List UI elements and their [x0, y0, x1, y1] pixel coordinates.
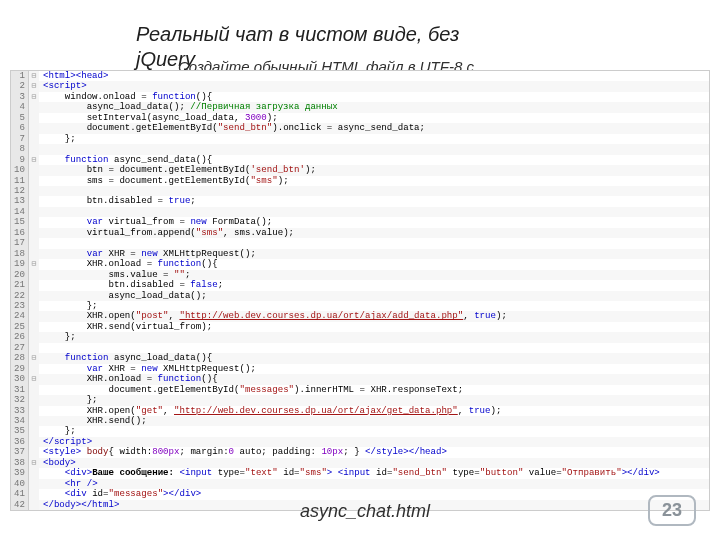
code-line: 10 btn = document.getElementById('send_b…: [11, 165, 709, 175]
code-text: <style> body{ width:800px; margin:0 auto…: [39, 447, 709, 457]
fold-marker: ⊟: [29, 81, 39, 91]
code-line: 25 XHR.send(virtual_from);: [11, 322, 709, 332]
code-line: 22 async_load_data();: [11, 291, 709, 301]
fold-marker: [29, 479, 39, 489]
line-number: 21: [11, 280, 29, 290]
code-text: btn.disabled = false;: [39, 280, 709, 290]
fold-marker: [29, 343, 39, 353]
fold-marker: [29, 134, 39, 144]
fold-marker: [29, 102, 39, 112]
fold-marker: [29, 144, 39, 154]
fold-marker: [29, 196, 39, 206]
code-line: 37<style> body{ width:800px; margin:0 au…: [11, 447, 709, 457]
code-text: };: [39, 426, 709, 436]
line-number: 32: [11, 395, 29, 405]
fold-marker: [29, 364, 39, 374]
fold-marker: [29, 311, 39, 321]
code-line: 21 btn.disabled = false;: [11, 280, 709, 290]
code-line: 26 };: [11, 332, 709, 342]
line-number: 10: [11, 165, 29, 175]
fold-marker: [29, 113, 39, 123]
code-line: 34 XHR.send();: [11, 416, 709, 426]
code-line: 39 <div>Ваше сообщение: <input type="tex…: [11, 468, 709, 478]
fold-marker: ⊟: [29, 374, 39, 384]
fold-marker: [29, 406, 39, 416]
fold-marker: [29, 291, 39, 301]
fold-marker: [29, 500, 39, 510]
line-number: 41: [11, 489, 29, 499]
code-line: 7 };: [11, 134, 709, 144]
code-line: 1⊟<html><head>: [11, 71, 709, 81]
code-text: btn = document.getElementById('send_btn'…: [39, 165, 709, 175]
code-text: sms = document.getElementById("sms");: [39, 176, 709, 186]
code-text: <div>Ваше сообщение: <input type="text" …: [39, 468, 709, 478]
fold-marker: [29, 217, 39, 227]
fold-marker: [29, 280, 39, 290]
fold-marker: [29, 395, 39, 405]
fold-marker: [29, 301, 39, 311]
code-line: 6 document.getElementById("send_btn").on…: [11, 123, 709, 133]
fold-marker: ⊟: [29, 92, 39, 102]
fold-marker: ⊟: [29, 71, 39, 81]
fold-marker: [29, 270, 39, 280]
fold-marker: [29, 332, 39, 342]
code-text: document.getElementById("messages").inne…: [39, 385, 709, 395]
code-text: <html><head>: [39, 71, 709, 81]
fold-marker: [29, 228, 39, 238]
fold-marker: [29, 249, 39, 259]
fold-marker: [29, 176, 39, 186]
code-line: 11 sms = document.getElementById("sms");: [11, 176, 709, 186]
fold-marker: ⊟: [29, 155, 39, 165]
code-line: 16 virtual_from.append("sms", sms.value)…: [11, 228, 709, 238]
code-editor: 1⊟<html><head>2⊟<script>3⊟ window.onload…: [10, 70, 710, 511]
code-text: XHR.send(virtual_from);: [39, 322, 709, 332]
fold-marker: ⊟: [29, 458, 39, 468]
code-text: XHR.send();: [39, 416, 709, 426]
fold-marker: ⊟: [29, 353, 39, 363]
filename-label: async_chat.html: [300, 501, 430, 522]
fold-marker: [29, 123, 39, 133]
code-text: <div id="messages"></div>: [39, 489, 709, 499]
code-text: async_load_data();: [39, 291, 709, 301]
page-number: 23: [648, 495, 696, 526]
fold-marker: [29, 238, 39, 248]
fold-marker: [29, 416, 39, 426]
fold-marker: [29, 322, 39, 332]
fold-marker: [29, 207, 39, 217]
code-line: 31 document.getElementById("messages").i…: [11, 385, 709, 395]
fold-marker: [29, 437, 39, 447]
fold-marker: [29, 186, 39, 196]
code-text: btn.disabled = true;: [39, 196, 709, 206]
code-text: };: [39, 332, 709, 342]
code-text: virtual_from.append("sms", sms.value);: [39, 228, 709, 238]
fold-marker: [29, 468, 39, 478]
line-number: 42: [11, 500, 29, 510]
fold-marker: ⊟: [29, 259, 39, 269]
fold-marker: [29, 385, 39, 395]
fold-marker: [29, 426, 39, 436]
fold-marker: [29, 447, 39, 457]
fold-marker: [29, 489, 39, 499]
code-line: 13 btn.disabled = true;: [11, 196, 709, 206]
code-text: };: [39, 134, 709, 144]
code-text: document.getElementById("send_btn").oncl…: [39, 123, 709, 133]
fold-marker: [29, 165, 39, 175]
code-line: 35 };: [11, 426, 709, 436]
